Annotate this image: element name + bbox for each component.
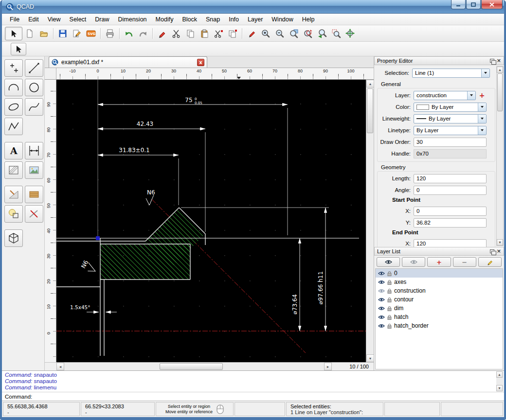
layer-row[interactable]: dim [376, 304, 503, 313]
cut-with-reference-button[interactable] [212, 27, 225, 40]
box-3d-tool-button[interactable] [4, 229, 23, 247]
dimensions-tool-button[interactable] [25, 142, 43, 159]
close-panel-icon[interactable]: × [497, 249, 501, 254]
zoom-in-button[interactable] [259, 27, 272, 40]
polylines-tool-button[interactable] [4, 118, 23, 135]
edit-layer-button[interactable] [478, 257, 502, 267]
layer-visible-icon[interactable] [378, 315, 385, 319]
arcs-tool-button[interactable] [4, 79, 23, 96]
lines-tool-button[interactable] [25, 59, 43, 77]
open-file-button[interactable] [37, 27, 51, 40]
solid-fill-tool-button[interactable] [25, 186, 43, 203]
menu-modify[interactable]: Modify [152, 15, 178, 24]
add-layer-button[interactable]: + [427, 257, 451, 267]
divide-tool-button[interactable] [25, 205, 43, 223]
edit-entity-button[interactable] [245, 27, 258, 40]
layer-lock-icon[interactable] [387, 271, 392, 276]
menu-snap[interactable]: Snap [202, 15, 224, 24]
color-combo[interactable]: By Layer [414, 103, 487, 112]
zoom-pan-button[interactable] [343, 27, 357, 40]
linetype-combo[interactable]: By Layer [414, 126, 487, 135]
scroll-up-icon[interactable]: ▲ [497, 67, 503, 73]
scroll-down-icon[interactable]: ▼ [366, 354, 374, 362]
command-input[interactable] [35, 394, 501, 400]
layer-list-titlebar[interactable]: Layer List × [374, 247, 504, 256]
lineweight-combo[interactable]: By Layer [414, 114, 487, 123]
layer-lock-icon[interactable] [387, 297, 392, 302]
float-panel-icon[interactable] [490, 249, 494, 253]
command-history[interactable]: Command: snapauto Command: snapauto Comm… [2, 370, 504, 392]
menu-edit[interactable]: Edit [24, 15, 43, 24]
redo-button[interactable] [136, 27, 150, 40]
delete-button[interactable] [155, 27, 169, 40]
image-tool-button[interactable] [25, 161, 43, 179]
layer-combo[interactable]: construction [414, 91, 476, 100]
layer-visible-icon[interactable] [378, 271, 385, 276]
layer-lock-icon[interactable] [387, 280, 392, 285]
save-button[interactable] [56, 27, 70, 40]
copy-button[interactable] [183, 27, 197, 40]
selection-combo[interactable]: Line (1) [412, 69, 490, 78]
layer-row[interactable]: hatch [376, 313, 503, 321]
scroll-down-icon[interactable]: ▼ [496, 385, 503, 391]
menu-draw[interactable]: Draw [91, 15, 113, 24]
layer-visible-icon[interactable] [378, 289, 385, 293]
shape-tool-button[interactable] [4, 205, 23, 223]
scroll-right-icon[interactable]: ► [324, 363, 332, 370]
vertical-scroll-thumb[interactable] [367, 88, 373, 133]
start-x-input[interactable]: 0 [414, 207, 487, 216]
selection-tool-button[interactable] [5, 27, 22, 40]
zoom-redraw-button[interactable] [301, 27, 315, 40]
pe-scroll-thumb[interactable] [497, 73, 503, 111]
start-y-input[interactable]: 36.82 [414, 218, 487, 228]
zoom-out-button[interactable] [273, 27, 287, 40]
copy-with-reference-button[interactable] [226, 27, 239, 40]
hide-all-layers-button[interactable] [402, 257, 425, 267]
zoom-previous-button[interactable] [315, 27, 329, 40]
current-tool-button[interactable] [11, 43, 26, 55]
length-input[interactable]: 120 [414, 174, 487, 183]
title-bar[interactable]: QCAD [2, 0, 504, 14]
layer-lock-icon[interactable] [387, 315, 392, 320]
layer-visible-icon[interactable] [378, 324, 385, 328]
print-button[interactable] [103, 27, 117, 40]
layer-row[interactable]: contour [376, 295, 503, 304]
layer-lock-icon[interactable] [387, 306, 392, 311]
remove-layer-button[interactable]: − [453, 257, 476, 267]
angle-input[interactable]: 0 [414, 186, 487, 195]
minimize-button[interactable] [451, 0, 466, 9]
menu-info[interactable]: Info [225, 15, 243, 24]
new-file-button[interactable] [23, 27, 36, 40]
menu-block[interactable]: Block [178, 15, 201, 24]
property-editor-scrollbar[interactable]: ▲ ▼ [496, 66, 504, 246]
layer-lock-icon[interactable] [387, 323, 392, 329]
property-editor-titlebar[interactable]: Property Editor × [374, 56, 504, 65]
menu-file[interactable]: File [6, 15, 23, 24]
text-tool-button[interactable]: A [4, 142, 23, 159]
horizontal-scrollbar[interactable]: ◄ ► [56, 363, 332, 370]
layer-row[interactable]: 0 [376, 269, 503, 278]
circles-tool-button[interactable] [25, 79, 43, 96]
layer-lock-icon[interactable] [387, 288, 392, 294]
edit-drawing-button[interactable] [70, 27, 84, 40]
undo-button[interactable] [122, 27, 136, 40]
document-tab[interactable]: example01.dxf * x [49, 56, 207, 68]
menu-dimension[interactable]: Dimension [114, 15, 151, 24]
close-button[interactable] [481, 0, 503, 9]
close-panel-icon[interactable]: × [497, 58, 501, 63]
end-x-input[interactable]: 120 [414, 239, 487, 247]
layer-visible-icon[interactable] [378, 298, 385, 302]
console-scrollbar[interactable]: ▲ ▼ [496, 371, 504, 391]
scroll-up-icon[interactable]: ▲ [496, 371, 503, 378]
layer-row[interactable]: construction [376, 286, 503, 295]
hatch-tool-button[interactable] [4, 161, 23, 179]
measure-tool-button[interactable] [4, 186, 23, 203]
paste-button[interactable] [198, 27, 211, 40]
menu-select[interactable]: Select [66, 15, 90, 24]
layer-row[interactable]: axes [376, 278, 503, 286]
menu-view[interactable]: View [44, 15, 65, 24]
splines-tool-button[interactable] [25, 98, 43, 116]
layer-row[interactable]: hatch_border [376, 321, 503, 330]
selection-handle[interactable] [96, 236, 100, 240]
menu-help[interactable]: Help [298, 15, 319, 24]
